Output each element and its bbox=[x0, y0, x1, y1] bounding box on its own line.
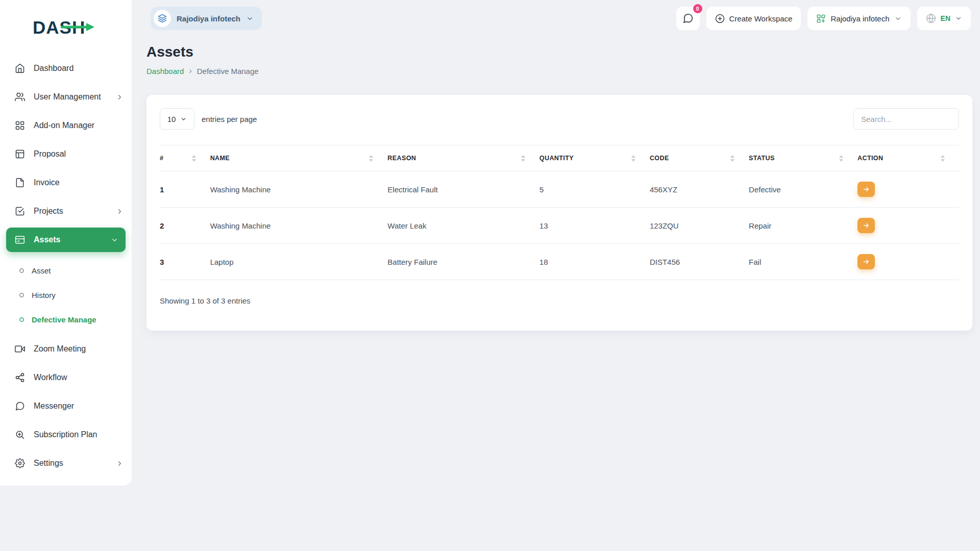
sidebar-item-projects[interactable]: Projects bbox=[0, 197, 132, 226]
sidebar-item-user-management[interactable]: User Management bbox=[0, 83, 132, 111]
cell-status: Defective bbox=[749, 171, 857, 208]
entries-summary: Showing 1 to 3 of 3 entries bbox=[160, 296, 959, 305]
cell-quantity: 5 bbox=[540, 171, 650, 208]
sidebar-item-label: Subscription Plan bbox=[34, 430, 124, 439]
cell-name: Washing Machine bbox=[210, 208, 388, 244]
sidebar-item-label: Dashboard bbox=[34, 64, 124, 73]
cell-action bbox=[857, 244, 959, 280]
column-header[interactable]: NAME bbox=[210, 145, 388, 171]
sidebar-item-invoice[interactable]: Invoice bbox=[0, 168, 132, 197]
column-header-label: REASON bbox=[387, 155, 416, 162]
layout-icon bbox=[14, 148, 26, 160]
breadcrumb: Dashboard › Defective Manage bbox=[146, 66, 972, 76]
sort-icon[interactable] bbox=[521, 155, 525, 162]
chevron-right-icon bbox=[116, 93, 124, 101]
arrow-right-icon bbox=[863, 258, 870, 265]
cell-code: 456XYZ bbox=[650, 171, 749, 208]
arrow-right-icon bbox=[863, 186, 870, 193]
table-row: 1 Washing Machine Electrical Fault 5 456… bbox=[160, 171, 959, 208]
sidebar-nav: Dashboard User Management Add-on Manager… bbox=[0, 52, 132, 478]
submenu-item-label: Asset bbox=[32, 266, 51, 275]
cell-action bbox=[857, 171, 959, 208]
column-header[interactable]: QUANTITY bbox=[540, 145, 650, 171]
table-controls: 10 entries per page bbox=[160, 108, 959, 130]
app-logo[interactable]: DASH bbox=[33, 16, 85, 39]
arrow-right-icon bbox=[863, 222, 870, 229]
submenu-item-label: History bbox=[32, 291, 56, 299]
assets-submenu: Asset History Defective Manage bbox=[0, 254, 132, 335]
row-action-button[interactable] bbox=[857, 182, 875, 197]
users-icon bbox=[14, 91, 26, 103]
sidebar-item-dashboard[interactable]: Dashboard bbox=[0, 54, 132, 83]
submenu-item-asset[interactable]: Asset bbox=[0, 258, 132, 283]
circle-dot-icon bbox=[18, 316, 24, 322]
row-action-button[interactable] bbox=[857, 254, 875, 269]
check-square-icon bbox=[14, 206, 26, 217]
sidebar-item-addon-manager[interactable]: Add-on Manager bbox=[0, 111, 132, 140]
column-header[interactable]: CODE bbox=[650, 145, 749, 171]
sidebar-item-settings[interactable]: Settings bbox=[0, 449, 132, 478]
sidebar-item-assets[interactable]: Assets bbox=[6, 228, 126, 252]
table-row: 2 Washing Machine Water Leak 13 123ZQU R… bbox=[160, 208, 959, 244]
circle-dot-icon bbox=[18, 292, 24, 298]
column-header-label: STATUS bbox=[749, 155, 775, 162]
search-input[interactable] bbox=[853, 108, 959, 130]
sidebar-item-messenger[interactable]: Messenger bbox=[0, 392, 132, 420]
sidebar-item-label: Assets bbox=[34, 235, 111, 244]
home-icon bbox=[14, 63, 26, 74]
chevron-down-icon bbox=[111, 236, 118, 244]
chevron-right-icon: › bbox=[189, 66, 191, 76]
cell-reason: Battery Failure bbox=[387, 244, 540, 280]
entries-per-page-label: entries per page bbox=[202, 115, 257, 123]
sidebar-item-workflow[interactable]: Workflow bbox=[0, 363, 132, 392]
column-header-label: CODE bbox=[650, 155, 669, 162]
column-header[interactable]: REASON bbox=[387, 145, 540, 171]
sort-icon[interactable] bbox=[839, 155, 843, 162]
share-network-icon bbox=[14, 372, 26, 383]
submenu-item-history[interactable]: History bbox=[0, 283, 132, 307]
cell-code: 123ZQU bbox=[650, 208, 749, 244]
main-content: Assets Dashboard › Defective Manage 10 e… bbox=[146, 0, 972, 331]
page-title: Assets bbox=[146, 44, 972, 60]
cell-name: Washing Machine bbox=[210, 171, 388, 208]
breadcrumb-current: Defective Manage bbox=[197, 67, 259, 76]
sort-icon[interactable] bbox=[192, 155, 196, 162]
sidebar-item-label: Messenger bbox=[34, 402, 124, 411]
row-action-button[interactable] bbox=[857, 218, 875, 233]
submenu-item-defective-manage[interactable]: Defective Manage bbox=[0, 307, 132, 332]
cell-reason: Water Leak bbox=[387, 208, 540, 244]
table-body: 1 Washing Machine Electrical Fault 5 456… bbox=[160, 171, 959, 280]
column-header[interactable]: ACTION bbox=[857, 145, 959, 171]
file-icon bbox=[14, 177, 26, 188]
search-plan-icon bbox=[14, 429, 26, 440]
table-row: 3 Laptop Battery Failure 18 DIST456 Fail bbox=[160, 244, 959, 280]
grid-icon bbox=[14, 120, 26, 131]
cell-status: Fail bbox=[749, 244, 857, 280]
breadcrumb-dashboard-link[interactable]: Dashboard bbox=[146, 67, 184, 76]
sort-icon[interactable] bbox=[941, 155, 945, 162]
sidebar-item-zoom-meeting[interactable]: Zoom Meeting bbox=[0, 335, 132, 363]
column-header-label: QUANTITY bbox=[540, 155, 574, 162]
column-header[interactable]: # bbox=[160, 145, 210, 171]
chevron-right-icon bbox=[116, 460, 124, 467]
column-header-label: # bbox=[160, 155, 163, 162]
column-header[interactable]: STATUS bbox=[749, 145, 857, 171]
gear-icon bbox=[14, 458, 26, 469]
chevron-right-icon bbox=[116, 208, 124, 215]
sidebar-item-label: Proposal bbox=[34, 149, 124, 159]
chevron-down-icon bbox=[180, 116, 187, 122]
sidebar-item-label: Workflow bbox=[34, 373, 124, 382]
sidebar-item-proposal[interactable]: Proposal bbox=[0, 140, 132, 168]
video-icon bbox=[14, 343, 26, 355]
entries-per-page-select[interactable]: 10 bbox=[160, 108, 194, 130]
sort-icon[interactable] bbox=[369, 155, 373, 162]
sidebar-item-subscription-plan[interactable]: Subscription Plan bbox=[0, 420, 132, 449]
sidebar-item-label: Add-on Manager bbox=[34, 121, 124, 130]
column-header-label: NAME bbox=[210, 155, 230, 162]
defective-manage-card: 10 entries per page # NAME REASON bbox=[146, 95, 972, 331]
column-header-label: ACTION bbox=[857, 155, 883, 162]
table-header-row: # NAME REASON QUANTITY CODE STATUS ACTIO… bbox=[160, 145, 959, 171]
sort-icon[interactable] bbox=[730, 155, 734, 162]
sort-icon[interactable] bbox=[631, 155, 635, 162]
cell-status: Repair bbox=[749, 208, 857, 244]
